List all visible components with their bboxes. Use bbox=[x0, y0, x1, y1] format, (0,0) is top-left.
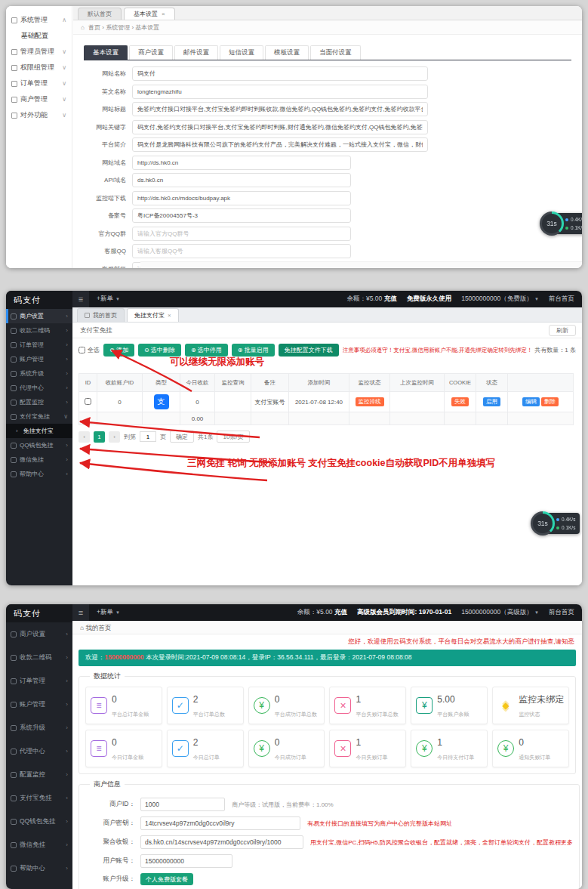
timer-value: 31s bbox=[533, 514, 553, 533]
goto-confirm-button[interactable]: 确定 bbox=[170, 431, 194, 443]
menu-toggle-icon[interactable]: ≡ bbox=[72, 604, 89, 621]
sidebar-item-agent-center[interactable]: 代理中心 › bbox=[6, 739, 72, 763]
sidebar-item-external-functions[interactable]: 对外功能 ∨ bbox=[6, 107, 72, 123]
sidebar-item-permission-group[interactable]: 权限组管理 ∨ bbox=[6, 60, 72, 76]
front-site-link[interactable]: 前台首页 bbox=[549, 608, 574, 617]
sidebar-item-orders[interactable]: 订单管理 › bbox=[6, 669, 72, 693]
window-tab-basic-settings[interactable]: 基本设置 × bbox=[124, 8, 175, 20]
app-logo[interactable]: 码支付 bbox=[6, 604, 72, 622]
monitor-download-input[interactable] bbox=[132, 191, 351, 205]
sidebar-item-help-center[interactable]: 帮助中心 › bbox=[6, 857, 72, 880]
cashier-url-input[interactable] bbox=[140, 835, 303, 849]
sidebar-item-order-manage[interactable]: 订单管理 ∨ bbox=[6, 76, 72, 91]
wechat-icon bbox=[11, 842, 17, 848]
menu-toggle-icon[interactable]: ≡ bbox=[72, 291, 89, 307]
batch-enable-button[interactable]: ⊕ 批量启用 bbox=[232, 344, 275, 357]
site-keywords-input[interactable] bbox=[132, 120, 428, 134]
current-page-button[interactable]: 1 bbox=[94, 431, 105, 443]
merchant-id-input[interactable] bbox=[140, 798, 225, 811]
sidebar-item-system-manage[interactable]: 系统管理 ∧ bbox=[6, 12, 72, 28]
goto-page-input[interactable] bbox=[140, 431, 156, 442]
tab-sms-settings[interactable]: 短信设置 bbox=[220, 45, 263, 60]
new-order-menu[interactable]: +新单 ▼ bbox=[97, 608, 120, 617]
recharge-link[interactable]: 充值 bbox=[334, 608, 347, 616]
form-row: 平台简介 bbox=[84, 137, 582, 152]
sidebar-item-config-monitor[interactable]: 配置监控 › bbox=[6, 395, 72, 409]
delete-button[interactable]: 删除 bbox=[541, 397, 559, 407]
col-type: 类型 bbox=[143, 374, 180, 392]
sidebar-item-alipay-hangfree[interactable]: 支付宝免挂 › bbox=[6, 786, 72, 810]
chevron-right-icon: › bbox=[66, 701, 68, 708]
sidebar-subitem-hangfree-alipay[interactable]: › 免挂支付宝 bbox=[6, 424, 72, 438]
net-speed-widget[interactable]: 31s 0.4K/s 0.1K/s bbox=[540, 211, 582, 236]
sidebar-item-qrcode[interactable]: 收款二维码 › bbox=[6, 646, 72, 669]
select-all-control[interactable]: 全选 bbox=[79, 346, 100, 354]
net-speed-widget[interactable]: 31s 0.4K/s 0.1K/s bbox=[531, 511, 580, 536]
edit-button[interactable]: 编辑 bbox=[522, 397, 540, 407]
sidebar-item-admin-manage[interactable]: 管理员管理 ∨ bbox=[6, 44, 72, 60]
sidebar-item-base-config[interactable]: 基础配置 bbox=[6, 28, 72, 44]
disable-selected-button[interactable]: ⊕ 选中停用 bbox=[185, 344, 228, 357]
account-menu[interactable]: 15000000000（免费版） ▼ bbox=[461, 295, 539, 304]
refresh-button[interactable]: 刷新 bbox=[549, 325, 576, 336]
delete-selected-button[interactable]: ⊖ 选中删除 bbox=[138, 344, 181, 357]
download-config-button[interactable]: 免挂配置文件下载 bbox=[279, 344, 339, 357]
sidebar-item-merchant-settings[interactable]: 商户设置 › bbox=[6, 622, 72, 646]
sidebar-item-help-center[interactable]: 帮助中心 › bbox=[6, 467, 72, 481]
row-checkbox[interactable] bbox=[85, 398, 91, 405]
english-name-input[interactable] bbox=[132, 85, 428, 99]
service-qq-input[interactable] bbox=[132, 244, 351, 258]
sidebar-item-system-upgrade[interactable]: 系统升级 › bbox=[6, 716, 72, 739]
platform-intro-input[interactable] bbox=[132, 137, 428, 152]
timer-ring-icon: 31s bbox=[540, 211, 564, 236]
new-order-menu[interactable]: +新单 ▼ bbox=[97, 295, 120, 304]
close-icon[interactable]: × bbox=[162, 11, 165, 17]
app-logo[interactable]: 码支付 bbox=[6, 291, 72, 309]
sidebar-item-qq-wallet-hangfree[interactable]: QQ钱包免挂 › bbox=[6, 438, 72, 452]
front-site-link[interactable]: 前台首页 bbox=[549, 295, 574, 304]
site-title-input[interactable] bbox=[132, 102, 428, 116]
sidebar-item-agent-center[interactable]: 代理中心 › bbox=[6, 381, 72, 395]
timer-value: 31s bbox=[542, 214, 562, 233]
add-button[interactable]: ⊕ 添加 bbox=[103, 344, 134, 357]
sidebar-item-orders[interactable]: 订单管理 › bbox=[6, 338, 72, 352]
chevron-right-icon: › bbox=[66, 327, 68, 334]
tab-basic-settings[interactable]: 基本设置 bbox=[84, 45, 128, 60]
select-all-checkbox[interactable] bbox=[79, 347, 85, 353]
sidebar-item-account-manage[interactable]: 账户管理 › bbox=[6, 352, 72, 366]
window-tab-home[interactable]: 默认首页 bbox=[78, 8, 122, 20]
sidebar-item-merchant-settings[interactable]: 商户设置 › bbox=[6, 309, 72, 323]
upgrade-plan-button[interactable]: 个人免费版套餐 bbox=[140, 873, 193, 885]
official-qq-group-input[interactable] bbox=[132, 227, 351, 241]
sidebar-item-system-upgrade[interactable]: 系统升级 › bbox=[6, 366, 72, 381]
sidebar-item-merchant-manage[interactable]: 商户管理 ∨ bbox=[6, 91, 72, 107]
user-account-input[interactable] bbox=[140, 854, 232, 868]
sidebar-item-wechat-hangfree[interactable]: 微信免挂 › bbox=[6, 833, 72, 857]
tab-mail-settings[interactable]: 邮件设置 bbox=[174, 45, 218, 60]
sidebar-item-qrcode[interactable]: 收款二维码 › bbox=[6, 323, 72, 338]
account-menu[interactable]: 15000000000（高级版） ▼ bbox=[461, 608, 539, 617]
audit-warning-note: 您好，欢迎使用云码支付系统，平台每日会对交易流水大的商户进行抽查,请知悉 bbox=[72, 634, 582, 647]
site-name-input[interactable] bbox=[132, 66, 428, 81]
tab-template-settings[interactable]: 模板设置 bbox=[265, 45, 309, 60]
sidebar-item-wechat-hangfree[interactable]: 微信免挂 › bbox=[6, 452, 72, 467]
per-page-select[interactable]: 10条/页 bbox=[217, 431, 249, 443]
monitor-icon bbox=[11, 772, 17, 778]
tab-my-home[interactable]: 我的首页 bbox=[77, 308, 125, 322]
tab-f2f-pay-settings[interactable]: 当面付设置 bbox=[310, 45, 361, 60]
api-domain-input[interactable] bbox=[132, 173, 351, 187]
icp-number-input[interactable] bbox=[132, 208, 351, 223]
sidebar-item-config-monitor[interactable]: 配置监控 › bbox=[6, 763, 72, 786]
sidebar-item-qq-wallet-hangfree[interactable]: QQ钱包免挂 › bbox=[6, 810, 72, 833]
close-icon[interactable]: × bbox=[168, 312, 171, 319]
sidebar-item-alipay-hangfree[interactable]: 支付宝免挂 ∨ bbox=[6, 409, 72, 424]
prev-page-button[interactable]: ‹ bbox=[79, 431, 90, 443]
sidebar-item-account-manage[interactable]: 账户管理 › bbox=[6, 693, 72, 716]
site-domain-input[interactable] bbox=[132, 156, 351, 170]
status-badge[interactable]: 启用 bbox=[483, 397, 500, 407]
merchant-key-input[interactable] bbox=[140, 816, 300, 830]
tab-merchant-settings[interactable]: 商户设置 bbox=[129, 45, 173, 60]
recharge-link[interactable]: 充值 bbox=[384, 295, 397, 302]
next-page-button[interactable]: › bbox=[109, 431, 120, 443]
tab-hangfree-alipay[interactable]: 免挂支付宝 × bbox=[127, 308, 179, 322]
